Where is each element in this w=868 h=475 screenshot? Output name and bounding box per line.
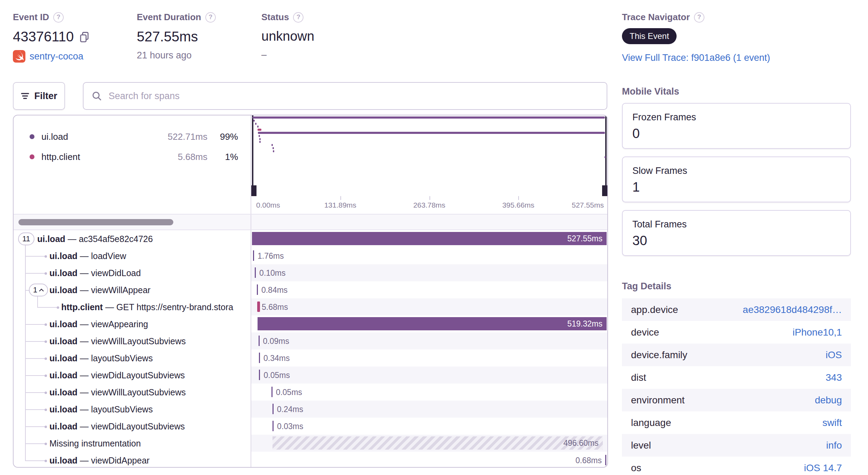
tag-row: dist 343	[622, 366, 851, 389]
tag-row: device.family iOS	[622, 344, 851, 366]
span-duration-label: 0.24ms	[277, 404, 303, 414]
horizontal-scrollbar-thumb[interactable]	[18, 219, 173, 225]
tag-key: device	[631, 327, 659, 338]
this-event-badge[interactable]: This Event	[622, 28, 677, 44]
span-row[interactable]: ui.load — viewWillLayoutSubviews 0.09ms	[14, 332, 607, 349]
minimap-span-mark	[605, 156, 606, 158]
legend-row-ui-load[interactable]: ui.load 522.71ms 99%	[14, 127, 251, 147]
span-row[interactable]: ui.load — viewWillLayoutSubviews 0.05ms	[14, 384, 607, 401]
span-duration-label: 0.10ms	[259, 268, 285, 277]
span-duration-tick	[259, 370, 260, 380]
chevron-up-icon	[39, 288, 44, 291]
tag-key: app.device	[631, 304, 678, 315]
event-duration-value: 527.55ms	[137, 29, 198, 45]
event-id-label-row: Event ID ?	[13, 12, 90, 23]
span-duration-label: 0.34ms	[263, 353, 290, 363]
legend-op: ui.load	[41, 131, 68, 142]
minimap-span-mark	[273, 150, 274, 152]
tag-value-link[interactable]: iPhone10,1	[792, 327, 842, 338]
missing-instrumentation-bar[interactable]: 496.60ms	[273, 436, 602, 450]
waterfall-scroll-row	[14, 214, 607, 230]
tag-value-link[interactable]: iOS	[826, 349, 842, 361]
span-duration-tick	[259, 336, 260, 346]
event-duration-help-icon[interactable]: ?	[205, 12, 216, 23]
event-id-value: 43376110	[13, 29, 74, 45]
span-duration-bar[interactable]: 519.32ms	[258, 317, 607, 330]
status-label: Status	[261, 12, 289, 23]
span-duration-bar[interactable]: 527.55ms	[252, 232, 607, 245]
span-row[interactable]: ui.load — viewDidLayoutSubviews 0.03ms	[14, 418, 607, 435]
minimap-right-handle[interactable]	[602, 185, 607, 196]
filter-button[interactable]: Filter	[13, 82, 65, 110]
search-input[interactable]	[83, 82, 607, 110]
minimap-span-mark	[259, 141, 261, 143]
http-client-dot-icon	[30, 154, 34, 159]
tag-value-link[interactable]: debug	[815, 395, 842, 406]
span-search	[83, 82, 607, 110]
span-duration-label: 0.09ms	[263, 336, 289, 346]
trace-minimap[interactable]: 0.00ms 131.89ms 263.78ms 395.66ms 527.55…	[251, 115, 607, 214]
span-row[interactable]: http.client — GET https://sentry-brand.s…	[14, 298, 607, 315]
span-duration-tick	[605, 455, 606, 465]
span-children-count-badge[interactable]: 11	[18, 232, 34, 245]
span-duration-label: 0.05ms	[276, 387, 302, 397]
span-duration-label: 0.68ms	[576, 456, 602, 465]
span-row[interactable]: 11 ui.load — ac354af5e82c4726 527.55ms	[14, 230, 607, 247]
span-row-missing-instrumentation[interactable]: Missing instrumentation 496.60ms	[14, 435, 607, 452]
project-link[interactable]: sentry-cocoa	[30, 51, 84, 62]
event-id-help-icon[interactable]: ?	[53, 12, 64, 23]
tag-row: device iPhone10,1	[622, 321, 851, 344]
minimap-canvas[interactable]	[251, 115, 607, 196]
vital-label: Slow Frames	[632, 166, 841, 176]
axis-label: 527.55ms	[572, 201, 604, 209]
search-icon	[91, 90, 102, 102]
span-row[interactable]: ui.load — loadView 1.76ms	[14, 247, 607, 264]
span-duration-tick	[257, 284, 258, 295]
legend-duration: 522.71ms	[168, 131, 207, 142]
status-sub: –	[261, 49, 267, 60]
vital-card-frozen-frames: Frozen Frames 0	[622, 103, 851, 149]
filter-icon	[21, 92, 30, 100]
span-row[interactable]: ui.load — layoutSubViews 0.24ms	[14, 401, 607, 418]
event-time-ago: 21 hours ago	[137, 50, 192, 61]
minimap-span-mark	[273, 147, 274, 149]
trace-navigator-section: Trace Navigator ? This Event View Full T…	[622, 12, 770, 63]
filter-button-label: Filter	[34, 91, 57, 102]
event-id-section: Event ID ? 43376110 sentry-cocoa	[13, 12, 90, 63]
span-duration-tick	[259, 353, 260, 363]
copy-event-id-button[interactable]	[79, 31, 90, 43]
minimap-left-handle[interactable]	[251, 185, 257, 196]
tag-value-link[interactable]: 343	[826, 372, 842, 383]
tag-key: level	[631, 440, 651, 451]
trace-navigator-help-icon[interactable]: ?	[694, 12, 704, 23]
tag-row: environment debug	[622, 389, 851, 411]
legend-row-http-client[interactable]: http.client 5.68ms 1%	[14, 147, 251, 167]
copy-icon	[79, 31, 90, 43]
view-full-trace-link[interactable]: View Full Trace: f901a8e6 (1 event)	[622, 53, 770, 63]
minimap-left-selection-line[interactable]	[252, 115, 253, 196]
event-duration-section: Event Duration ? 527.55ms 21 hours ago	[137, 12, 216, 61]
span-row[interactable]: ui.load — layoutSubViews 0.34ms	[14, 349, 607, 367]
span-row[interactable]: ui.load — viewDidAppear 0.68ms	[14, 452, 607, 468]
tree-guide-line	[37, 296, 38, 307]
minimap-right-selection-line[interactable]	[605, 115, 607, 196]
span-row[interactable]: ui.load — viewAppearing 519.32ms	[14, 315, 607, 332]
span-row[interactable]: ui.load — viewDidLoad 0.10ms	[14, 264, 607, 281]
collapse-children-badge[interactable]: 1	[29, 283, 48, 296]
tree-guide-line	[25, 245, 26, 461]
vital-label: Total Frames	[632, 219, 841, 230]
status-help-icon[interactable]: ?	[293, 12, 303, 23]
tag-row: level info	[622, 434, 851, 457]
axis-label: 0.00ms	[256, 201, 280, 209]
minimap-span-mark	[271, 144, 273, 146]
span-duration-label: 0.84ms	[261, 285, 287, 295]
tag-value-link[interactable]: info	[826, 440, 842, 451]
span-row[interactable]: 1 ui.load — viewWillAppear 0.84ms	[14, 281, 607, 298]
tag-value-link[interactable]: ae3829618d484298f…	[743, 304, 842, 315]
tag-value-link[interactable]: iOS 14.7	[804, 462, 842, 474]
span-row[interactable]: ui.load — viewDidLayoutSubviews 0.05ms	[14, 367, 607, 384]
tag-value-link[interactable]: swift	[822, 417, 842, 428]
span-duration-tick	[273, 421, 274, 431]
legend-percent: 1%	[216, 152, 238, 162]
tag-key: environment	[631, 395, 685, 406]
